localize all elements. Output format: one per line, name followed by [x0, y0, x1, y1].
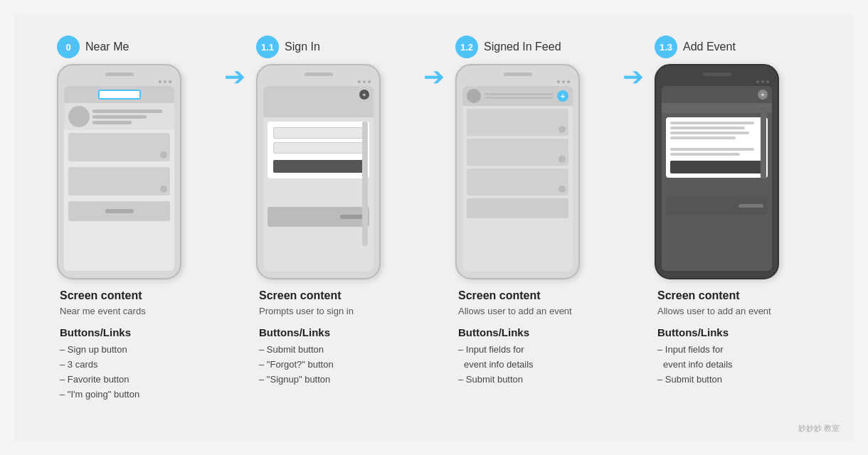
screen2-card2 [467, 139, 568, 166]
screen-2: 1.2 Signed In Feed + [455, 36, 612, 387]
screen-0-buttons-title: Buttons/Links [60, 326, 146, 338]
screen1-submit-btn[interactable] [273, 160, 364, 173]
screen3-footer-bar [739, 204, 763, 208]
screen-3-header: 1.3 Add Event [655, 36, 736, 58]
phone-dot [761, 80, 764, 83]
screen-1-buttons-title: Buttons/Links [259, 326, 354, 338]
phone-1-screen: + [263, 86, 374, 271]
screen-3-content-subtitle: Allows user to add an event [657, 305, 771, 318]
screen2-nav-line [485, 97, 553, 99]
screen3-dark-spacer [662, 181, 772, 193]
screen-2-title: Signed In Feed [484, 41, 561, 53]
screen-1-header: 1.1 Sign In [256, 36, 320, 58]
phone-dot [358, 80, 361, 83]
screen0-line [92, 115, 147, 119]
phone-2: + [455, 64, 580, 279]
phone-dot [567, 80, 570, 83]
phone-dot [169, 80, 171, 83]
list-item: – 3 cards [60, 358, 146, 373]
screen2-footer [467, 198, 568, 218]
phone-2-dots [462, 80, 573, 83]
phone-dot [562, 80, 565, 83]
screen-3-badge: 1.3 [655, 36, 677, 58]
screen3-line [670, 148, 754, 151]
list-item: – Submit button [458, 373, 572, 387]
phone-2-screen: + [462, 86, 573, 271]
screen-2-info: Screen content Allows user to add an eve… [455, 289, 572, 387]
phone-1-speaker [305, 73, 333, 76]
screen-1-badge: 1.1 [256, 36, 279, 58]
screen2-card1 [467, 109, 568, 136]
phone-3: + [655, 64, 779, 279]
screen1-password-input[interactable] [273, 142, 364, 154]
phone-dot [557, 80, 560, 83]
list-item: – Input fields for [657, 343, 771, 358]
screen2-dot-btn [559, 156, 566, 163]
arrow-icon-1: ➔ [423, 64, 445, 90]
phone-dot [363, 80, 366, 83]
phone-0-speaker [105, 73, 134, 76]
screen1-spacer [263, 183, 374, 204]
screen-2-header: 1.2 Signed In Feed [455, 36, 561, 58]
screen0-circle [68, 106, 90, 127]
screen3-submit-btn[interactable] [670, 161, 763, 173]
screen3-scrollbar [761, 107, 766, 178]
screen2-nav-lines [485, 93, 553, 99]
screen0-lines [92, 106, 170, 127]
arrow-1: ➔ [413, 36, 455, 90]
arrow-0: ➔ [213, 36, 256, 90]
list-item: – "Signup" button [259, 373, 354, 387]
main-container: 0 Near Me [14, 14, 854, 441]
screen1-top-bar [263, 103, 374, 117]
screen2-avatar [467, 89, 481, 103]
screen-1-content-title: Screen content [259, 289, 354, 302]
screen2-nav: + [462, 86, 573, 106]
watermark: 妙妙妙 教室 [798, 423, 840, 434]
screen-2-badge: 1.2 [455, 36, 478, 58]
screen1-scrollbar [362, 122, 368, 246]
screen1-username-input[interactable] [273, 127, 364, 139]
screen3-line [670, 153, 740, 156]
screen-0-header: 0 Near Me [57, 36, 129, 58]
screen-3-title: Add Event [683, 41, 736, 53]
screen-0-content-title: Screen content [60, 289, 146, 302]
phone-1: + [256, 64, 381, 279]
screen3-line [670, 136, 736, 139]
screen3-nav: + [662, 86, 772, 103]
screen2-dot-btn [559, 126, 566, 133]
screen0-dot-btn [160, 186, 167, 193]
screen-0-content-subtitle: Near me event cards [60, 305, 146, 318]
arrow-icon-0: ➔ [224, 64, 245, 90]
phone-3-screen: + [662, 86, 772, 271]
list-item: – Sign up button [60, 343, 146, 358]
list-item: – Submit button [657, 373, 771, 387]
spacer [670, 141, 763, 146]
screen1-signin-card [268, 122, 369, 178]
screen3-line [670, 127, 745, 129]
list-item: event info details [458, 358, 572, 373]
screen2-card3 [467, 168, 568, 196]
screen2-nav-line [485, 93, 553, 95]
screen-3-buttons-list: – Input fields for event info details – … [657, 343, 771, 387]
screen-0-title: Near Me [85, 41, 129, 53]
screen1-plus-btn: + [359, 90, 369, 100]
screen0-searchbox [98, 90, 141, 100]
screen0-nav [64, 86, 174, 103]
screen-3-info: Screen content Allows user to add an eve… [655, 289, 771, 387]
list-item: – Submit button [259, 343, 354, 358]
list-item: – "I'm going" button [60, 387, 146, 402]
screen-2-content-title: Screen content [458, 289, 572, 302]
screen2-fab-btn[interactable]: + [557, 90, 568, 102]
screen3-content-card [666, 117, 768, 178]
screen0-line [92, 121, 132, 124]
screen-1-title: Sign In [285, 41, 320, 53]
list-item: event info details [657, 358, 771, 373]
list-item: – Input fields for [458, 343, 572, 358]
screen0-row [64, 103, 174, 130]
screen-1-content-subtitle: Prompts user to sign in [259, 305, 354, 318]
screen-1-buttons-list: – Submit button – "Forgot?" button – "Si… [259, 343, 354, 387]
phone-2-speaker [504, 73, 532, 76]
screen0-card2 [68, 167, 170, 196]
screen0-card1 [68, 133, 170, 161]
arrow-2: ➔ [612, 36, 655, 90]
